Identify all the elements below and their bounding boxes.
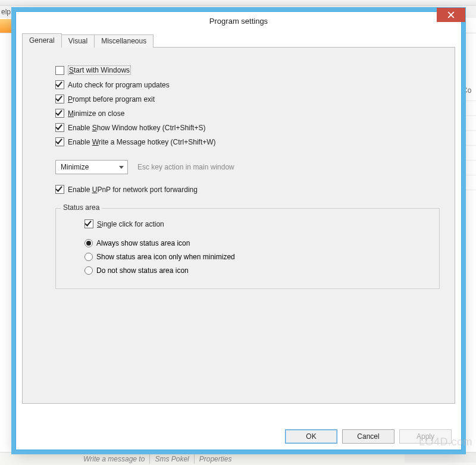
settings-dialog: Program settings General Visual Miscella… [15,11,462,450]
esc-action-select[interactable]: Minimize [55,160,128,174]
tabstrip: General Visual Miscellaneous [22,34,455,48]
tabpanel-general: Start with Windows Auto check for progra… [22,47,455,404]
ok-button[interactable]: OK [285,429,337,444]
chevron-down-icon [119,166,124,169]
bg-topbar [0,0,476,6]
dialog-body: General Visual Miscellaneous Start with … [16,30,461,404]
auto-check-updates-checkbox[interactable] [55,80,64,89]
bg-gearstrip [405,452,476,463]
minimize-on-close-checkbox[interactable] [55,109,64,118]
start-with-windows-checkbox[interactable] [55,66,64,75]
apply-button: Apply [399,429,452,444]
opt-minimize-on-close: Minimize on close [55,109,440,118]
enable-upnp-checkbox[interactable] [55,185,64,194]
opt-enable-upnp: Enable UPnP for network port forwarding [55,185,440,194]
bg-col-head: Co [461,86,476,101]
titlebar[interactable]: Program settings [16,12,461,30]
bg-write-text: Write a message to [83,455,145,463]
start-with-windows-label[interactable]: Start with Windows [68,65,131,75]
opt-start-with-windows: Start with Windows [55,65,440,75]
tab-miscellaneous[interactable]: Miscellaneous [94,34,154,48]
radio-show-when-minimized: Show status area icon only when minimize… [84,253,428,261]
opt-prompt-before-exit: Prompt before program exit [55,95,440,103]
bg-sms-text: Sms Pokel [155,455,189,463]
do-not-show-radio[interactable] [84,266,93,275]
bg-column-fragments: Co [461,86,476,190]
opt-single-click-action: Single click for action [84,219,428,228]
status-area-legend: Status area [61,203,102,212]
show-window-hotkey-label[interactable]: Enable Show Window hotkey (Ctrl+Shift+S) [68,124,205,132]
bg-props-text: Properties [199,455,232,463]
close-button[interactable] [437,8,465,22]
tab-visual[interactable]: Visual [61,34,95,48]
esc-action-hint: Esc key action in main window [137,163,234,171]
single-click-action-checkbox[interactable] [84,219,93,228]
dialog-title: Program settings [209,17,268,26]
always-show-label[interactable]: Always show status area icon [96,239,190,247]
esc-action-row: Minimize Esc key action in main window [55,160,440,174]
write-message-hotkey-checkbox[interactable] [55,137,64,146]
radio-always-show: Always show status area icon [84,239,428,247]
single-click-action-label[interactable]: Single click for action [97,220,164,228]
show-when-minimized-radio[interactable] [84,253,93,261]
cancel-button[interactable]: Cancel [342,429,394,444]
dialog-buttons: OK Cancel Apply [285,429,452,444]
minimize-on-close-label[interactable]: Minimize on close [68,109,124,118]
opt-auto-check-updates: Auto check for program updates [55,80,440,89]
auto-check-updates-label[interactable]: Auto check for program updates [68,81,170,89]
opt-write-message-hotkey: Enable Write a Message hotkey (Ctrl+Shif… [55,137,440,146]
tab-general[interactable]: General [22,33,62,48]
show-when-minimized-label[interactable]: Show status area icon only when minimize… [96,253,235,261]
show-window-hotkey-checkbox[interactable] [55,123,64,132]
opt-show-window-hotkey: Enable Show Window hotkey (Ctrl+Shift+S) [55,123,440,132]
prompt-before-exit-checkbox[interactable] [55,95,64,103]
do-not-show-label[interactable]: Do not show status area icon [96,266,189,275]
radio-do-not-show: Do not show status area icon [84,266,428,275]
esc-action-value: Minimize [61,163,89,171]
always-show-radio[interactable] [84,239,93,247]
close-icon [447,11,455,18]
prompt-before-exit-label[interactable]: Prompt before program exit [68,95,155,103]
status-area-fieldset: Status area Single click for action Alwa… [55,208,440,289]
bg-menu-fragment: elp [1,8,11,16]
enable-upnp-label[interactable]: Enable UPnP for network port forwarding [68,186,198,194]
write-message-hotkey-label[interactable]: Enable Write a Message hotkey (Ctrl+Shif… [68,138,216,146]
